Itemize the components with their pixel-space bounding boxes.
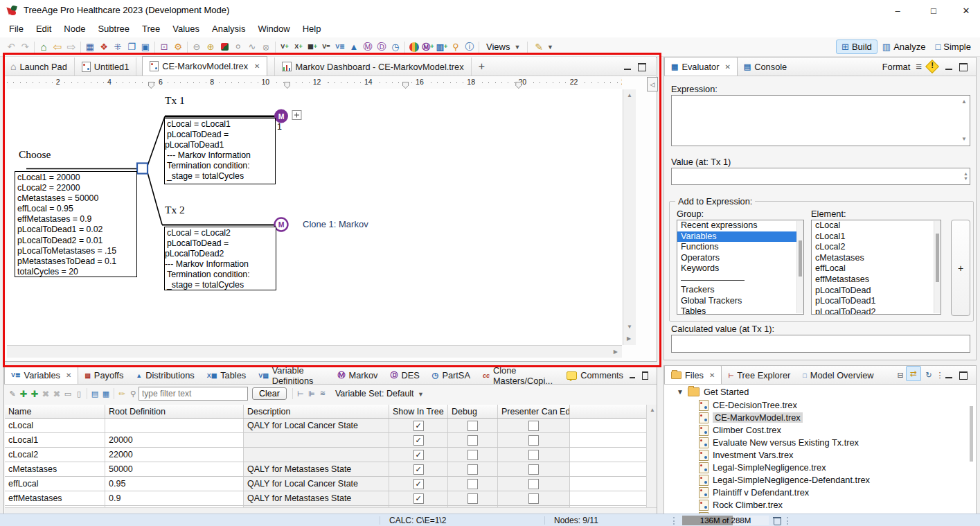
root-node-label[interactable]: Choose xyxy=(19,148,51,161)
highlight-icon[interactable]: ✏ xyxy=(116,388,127,399)
redo-icon[interactable]: ↷ xyxy=(18,40,32,54)
show-in-tree-checkbox[interactable]: ✓ xyxy=(413,421,424,431)
node-palette-icon[interactable]: ❖ xyxy=(97,40,111,54)
file-row[interactable]: Climber Cost.trex xyxy=(699,424,781,436)
scroll-down-icon[interactable]: ▼ xyxy=(961,137,967,142)
cell-root-definition[interactable] xyxy=(105,419,244,432)
close-tab-icon[interactable]: ✕ xyxy=(254,62,260,70)
unlink-branch-icon[interactable]: ∿ xyxy=(245,40,259,54)
value-input[interactable]: ▲▼ xyxy=(671,168,970,185)
tx2-variables-box[interactable]: cLocal = cLocal2 pLocalToDead = pLocalTo… xyxy=(164,227,276,290)
file-row[interactable]: Evaluate New versus Existing Tx.trex xyxy=(699,437,859,448)
variable-set-selector[interactable]: Variable Set: Default ▼ xyxy=(335,389,424,398)
report-icon[interactable]: ▤ xyxy=(89,388,100,399)
cell-root-definition[interactable]: 50000 xyxy=(105,462,244,476)
list-item[interactable]: Operators xyxy=(677,253,803,264)
list-item[interactable]: Trackers xyxy=(677,285,803,296)
scroll-up-icon[interactable]: ▲ xyxy=(650,407,655,413)
root-variables-box[interactable]: cLocal1 = 20000 cLocal2 = 22000 cMetasta… xyxy=(15,171,137,277)
list-item[interactable]: pLocalToDead1 xyxy=(812,296,941,307)
list-item[interactable]: cMetastases xyxy=(812,253,941,264)
simple-mode-button[interactable]: □Simple xyxy=(930,40,976,53)
refresh-icon[interactable]: ↻ xyxy=(923,369,934,380)
hierarchical-view-icon[interactable]: ⊫ xyxy=(306,388,317,399)
add-to-expression-button[interactable]: + xyxy=(951,220,970,316)
column-header-show-in-tree[interactable]: Show In Tree xyxy=(389,405,448,418)
maximize-window-icon[interactable]: □ xyxy=(920,0,947,21)
list-item[interactable]: effMetastases xyxy=(812,274,941,286)
cell-root-definition[interactable]: 0.95 xyxy=(105,477,244,491)
show-in-tree-checkbox[interactable]: ✓ xyxy=(413,435,424,446)
link-with-editor-icon[interactable]: ⇄ xyxy=(906,366,921,381)
open-folder-icon[interactable]: ❐ xyxy=(125,40,139,54)
ruler-marker[interactable] xyxy=(148,82,154,89)
debug-checkbox[interactable] xyxy=(467,479,478,489)
files-scrollbar[interactable] xyxy=(968,385,974,513)
build-mode-button[interactable]: ⊞Build xyxy=(836,40,877,54)
filter-icon[interactable]: ⚲ xyxy=(127,388,139,399)
file-row[interactable]: Legal-SimpleNegligence.trex xyxy=(699,462,826,473)
menu-analysis[interactable]: Analysis xyxy=(206,21,251,37)
tab-partsa[interactable]: ◷PartSA xyxy=(426,367,476,384)
collapse-all-icon[interactable]: ⊟ xyxy=(895,369,906,380)
tab-model-overview[interactable]: □Model Overview xyxy=(796,367,880,384)
variable-properties-icon[interactable]: V= xyxy=(319,40,333,54)
tab-untitled1[interactable]: Untitled1 xyxy=(75,58,137,76)
scroll-right-icon[interactable]: ▶ xyxy=(614,349,618,355)
list-item[interactable]: pLocalToDead xyxy=(812,286,941,297)
tab-evaluator[interactable]: ▦ Evaluator ✕ xyxy=(664,57,738,76)
flat-view-icon[interactable]: ⊢ xyxy=(295,388,306,399)
maximize-view-icon[interactable] xyxy=(959,371,968,380)
file-row[interactable]: CE-DecisionTree.trex xyxy=(699,399,797,411)
variable-definitions-icon[interactable]: V≣ xyxy=(333,40,347,54)
show-in-tree-checkbox[interactable]: ✓ xyxy=(413,479,424,489)
table-row[interactable]: cLocal1 20000 ✓ xyxy=(5,433,646,448)
menu-help[interactable]: Help xyxy=(296,21,328,37)
ruler-marker[interactable] xyxy=(402,82,409,89)
cell-name[interactable]: cLocal2 xyxy=(5,448,105,462)
treeage-run-icon[interactable] xyxy=(217,40,231,54)
partsa-view-icon[interactable]: ◷ xyxy=(389,40,402,54)
file-row[interactable]: Plaintiff v Defendant.trex xyxy=(699,486,809,498)
menu-subtree[interactable]: Subtree xyxy=(91,21,136,37)
export-table-icon[interactable]: ▦ xyxy=(100,388,112,399)
tab-console[interactable]: ▤ Console xyxy=(738,58,793,76)
add-distribution-icon[interactable]: ▦+ xyxy=(305,40,319,54)
table-row[interactable]: cLocal2 22000 ✓ xyxy=(5,448,646,462)
list-item[interactable]: effLocal xyxy=(812,263,941,274)
distributions-view-icon[interactable]: ▲ xyxy=(347,40,361,54)
help-icon[interactable]: ⓘ xyxy=(463,40,476,54)
add-variable-icon[interactable]: ✚ xyxy=(18,388,29,399)
table-row[interactable]: effMetastases 0.9 QALY for Metastases St… xyxy=(5,491,646,506)
subtree-tools-icon[interactable]: ⁜ xyxy=(111,40,125,54)
save-icon[interactable]: ▣ xyxy=(139,40,152,54)
close-window-icon[interactable]: ✕ xyxy=(952,0,980,21)
column-header-description[interactable]: Description xyxy=(244,405,389,418)
menu-edit[interactable]: Edit xyxy=(30,21,57,37)
presenter-checkbox[interactable] xyxy=(528,479,539,489)
add-variable-icon[interactable]: V+ xyxy=(278,40,292,54)
list-item[interactable]: Keywords xyxy=(677,263,803,274)
scroll-up-icon[interactable]: ▲ xyxy=(627,93,632,98)
tab-tree-explorer[interactable]: ⊢Tree Explorer xyxy=(722,367,796,384)
analyze-mode-button[interactable]: ▥Analyze xyxy=(877,40,931,53)
file-row-selected[interactable]: CE-MarkovModel.trex xyxy=(699,412,803,423)
show-in-tree-checkbox[interactable]: ✓ xyxy=(413,450,424,460)
des-view-icon[interactable]: Ⓓ xyxy=(375,40,389,54)
scroll-up-icon[interactable]: ▲ xyxy=(961,99,967,105)
format-label[interactable]: Format xyxy=(882,62,911,72)
tab-comments[interactable]: Comments xyxy=(560,367,630,384)
presenter-checkbox[interactable] xyxy=(528,435,539,446)
clone-label[interactable]: Clone 1: Markov xyxy=(303,219,368,229)
cell-root-definition[interactable]: 22000 xyxy=(105,448,244,462)
clear-filter-button[interactable]: Clear xyxy=(252,387,287,400)
show-in-tree-checkbox[interactable]: ✓ xyxy=(413,464,424,475)
view-menu-icon[interactable]: ≡ xyxy=(916,60,922,72)
list-item[interactable]: cLocal xyxy=(812,220,941,231)
tab-files[interactable]: Files ✕ xyxy=(664,365,722,384)
scroll-thumb[interactable] xyxy=(799,240,802,277)
element-list[interactable]: cLocal cLocal1 cLocal2 cMetastases effLo… xyxy=(811,220,941,315)
tab-payoffs[interactable]: ▤Payoffs xyxy=(78,367,130,384)
tree-canvas[interactable]: M M Choose cLocal1 = 20000 cLocal2 = 220… xyxy=(7,89,622,345)
list-item[interactable]: cLocal1 xyxy=(812,231,941,243)
